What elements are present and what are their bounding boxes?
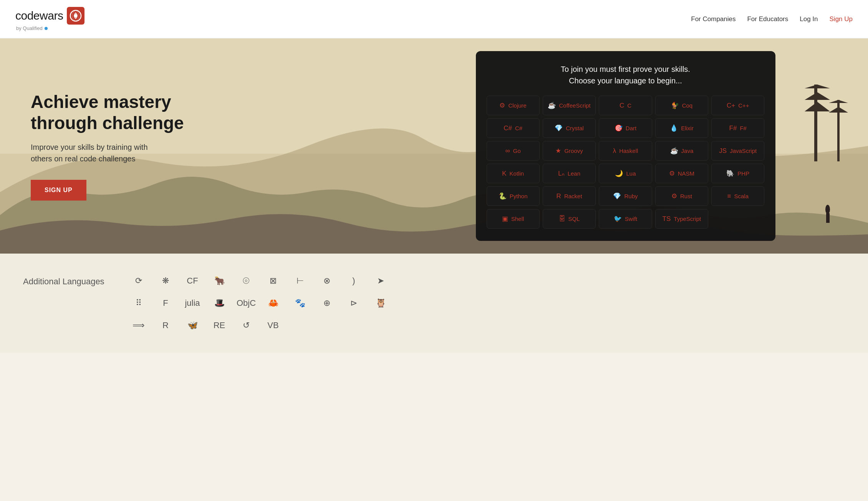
lang-btn-dart[interactable]: 🎯Dart [599,118,652,138]
lang-icon-java: ☕ [670,147,678,155]
lang-name: C# [515,125,522,131]
lang-name: Python [510,193,528,199]
additional-icon-2-2[interactable]: 🦋 [184,317,200,333]
lang-btn-scala[interactable]: ≡Scala [711,186,764,206]
additional-icon-1-7[interactable]: ⊕ [319,295,335,311]
hero-subtitle: Improve your skills by training with oth… [31,141,368,164]
for-companies-link[interactable]: For Companies [691,15,735,23]
additional-icon-row-0: ⟳❋CF🐂⦾⊠⊢⊗)➤ [131,273,389,289]
additional-icon-row-2: ⟹R🦋RE↺VB [131,317,389,333]
additional-icon-1-4[interactable]: ObjC [238,295,254,311]
by-qualified-text: by Qualified [15,25,48,31]
for-educators-link[interactable]: For Educators [747,15,788,23]
lang-name: Swift [625,216,638,222]
lang-btn-kotlin[interactable]: KKotlin [487,164,540,183]
additional-icon-0-4[interactable]: ⦾ [238,273,254,289]
lang-icon-shell: ▣ [502,215,508,223]
lang-btn-c--[interactable]: C+C++ [711,96,764,115]
log-in-link[interactable]: Log In [800,15,818,23]
additional-icon-2-1[interactable]: R [157,317,174,333]
additional-icon-2-4[interactable]: ↺ [238,317,254,333]
lang-btn-coq[interactable]: 🐓Coq [655,96,708,115]
lang-icon-coffeescript: ☕ [548,101,556,109]
lang-btn-clojure[interactable]: ⚙Clojure [487,96,540,115]
lang-icon-f#: F# [729,124,737,132]
additional-icon-1-1[interactable]: F [157,295,174,311]
lang-icon-racket: R [557,192,561,200]
lang-btn-php[interactable]: 🐘PHP [711,164,764,183]
lang-name: Ruby [624,193,638,199]
lang-icon-clojure: ⚙ [499,101,505,109]
lang-icon-rust: ⚙ [671,192,677,200]
sign-up-link[interactable]: Sign Up [830,15,853,23]
lang-btn-java[interactable]: ☕Java [655,141,708,161]
additional-icon-0-6[interactable]: ⊢ [292,273,308,289]
additional-icon-0-9[interactable]: ➤ [373,273,389,289]
lang-name: JavaScript [730,148,757,154]
additional-icon-2-5[interactable]: VB [265,317,281,333]
lang-btn-shell[interactable]: ▣Shell [487,209,540,229]
lang-name: Kotlin [510,170,524,177]
lang-name: Racket [564,193,582,199]
lang-btn-groovy[interactable]: ★Groovy [543,141,596,161]
lang-name: Java [681,148,694,154]
lang-btn-elixir[interactable]: 💧Elixir [655,118,708,138]
additional-icon-0-0[interactable]: ⟳ [131,273,147,289]
lang-btn-typescript[interactable]: TSTypeScript [655,209,708,229]
lang-icon-haskell: λ [613,147,616,155]
lang-btn-go[interactable]: ∞Go [487,141,540,161]
additional-icon-2-0[interactable]: ⟹ [131,317,147,333]
additional-icon-1-2[interactable]: julia [184,295,200,311]
additional-icon-0-1[interactable]: ❋ [157,273,174,289]
lang-name: Groovy [564,148,583,154]
lang-name: PHP [737,170,749,177]
lang-icon-lua: 🌙 [615,169,623,178]
lang-btn-nasm[interactable]: ⚙NASM [655,164,708,183]
additional-icon-1-3[interactable]: 🎩 [211,295,227,311]
language-panel: To join you must first prove your skills… [476,51,775,241]
additional-icon-1-8[interactable]: ⊳ [346,295,362,311]
lang-btn-swift[interactable]: 🐦Swift [599,209,652,229]
hero-signup-button[interactable]: SIGN UP [31,180,86,201]
lang-icon-python: 🐍 [499,192,507,200]
lang-btn-python[interactable]: 🐍Python [487,186,540,206]
lang-name: F# [740,125,747,131]
lang-btn-crystal[interactable]: 💎Crystal [543,118,596,138]
lang-name: Scala [734,193,749,199]
additional-icon-0-8[interactable]: ) [346,273,362,289]
additional-icon-0-3[interactable]: 🐂 [211,273,227,289]
lang-btn-lua[interactable]: 🌙Lua [599,164,652,183]
additional-icon-1-5[interactable]: 🦀 [265,295,281,311]
additional-icon-0-2[interactable]: CF [184,273,200,289]
lang-btn-coffeescript[interactable]: ☕CoffeeScript [543,96,596,115]
additional-icon-0-7[interactable]: ⊗ [319,273,335,289]
lang-btn-f-[interactable]: F#F# [711,118,764,138]
additional-languages-section: Additional Languages ⟳❋CF🐂⦾⊠⊢⊗)➤⠿Fjulia🎩… [0,254,868,353]
lang-name: Crystal [566,125,584,131]
lang-name: SQL [568,216,580,222]
lang-btn-ruby[interactable]: 💎Ruby [599,186,652,206]
lang-name: C [627,102,631,109]
additional-icon-row-1: ⠿Fjulia🎩ObjC🦀🐾⊕⊳🦉 [131,295,389,311]
panel-title: To join you must first prove your skills… [487,63,765,86]
lang-icon-c: C [620,102,624,109]
lang-name: CoffeeScript [559,102,590,109]
lang-btn-haskell[interactable]: λHaskell [599,141,652,161]
additional-icon-1-0[interactable]: ⠿ [131,295,147,311]
additional-icon-1-9[interactable]: 🦉 [373,295,389,311]
lang-btn-rust[interactable]: ⚙Rust [655,186,708,206]
logo-icon[interactable] [67,7,84,25]
lang-btn-c[interactable]: CC [599,96,652,115]
lang-btn-sql[interactable]: 🗄SQL [543,209,596,229]
hero-title: Achieve mastery through challenge [31,91,368,134]
additional-icon-1-6[interactable]: 🐾 [292,295,308,311]
logo-row: codewars [15,7,84,25]
lang-btn-lean[interactable]: LₙLean [543,164,596,183]
logo-text: codewars [15,9,63,22]
additional-icon-2-3[interactable]: RE [211,317,227,333]
lang-icon-lean: Lₙ [558,169,564,178]
lang-btn-racket[interactable]: RRacket [543,186,596,206]
lang-btn-javascript[interactable]: JSJavaScript [711,141,764,161]
additional-icon-0-5[interactable]: ⊠ [265,273,281,289]
lang-btn-c-[interactable]: C#C# [487,118,540,138]
